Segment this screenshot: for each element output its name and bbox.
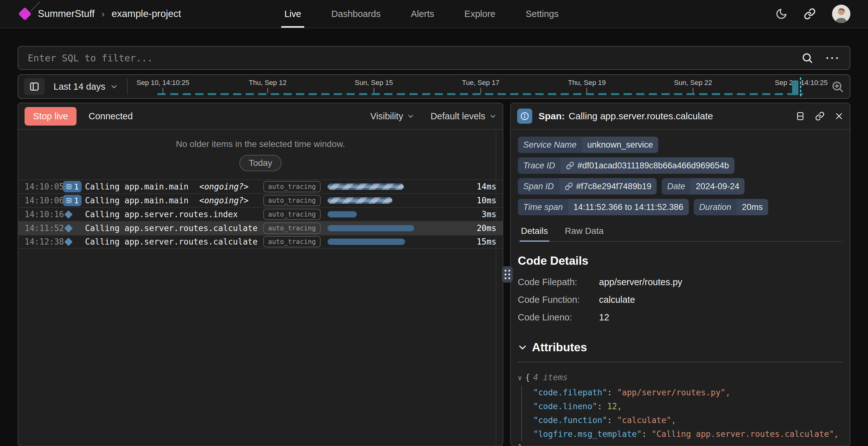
user-avatar[interactable] [832, 5, 850, 23]
zoom-in-icon [831, 80, 844, 93]
duration-badge: Duration 20ms [694, 199, 768, 215]
duration-bar-track [328, 197, 455, 204]
service-name-badge: Service Name unknown_service [518, 137, 658, 153]
date-badge: Date 2024-09-24 [662, 178, 745, 194]
timeline-now-cursor[interactable] [800, 77, 801, 96]
span-message: Calling app.server.routes.calculate [85, 223, 258, 233]
connection-status: Connected [89, 111, 133, 122]
nested-count-badge[interactable]: 1 [63, 195, 82, 206]
nav-actions [775, 5, 850, 23]
code-lineno-row: Code Lineno: 12 [518, 312, 843, 323]
theme-toggle-button[interactable] [775, 8, 787, 20]
span-duration: 15ms [463, 237, 496, 247]
scrollbar-gutter[interactable] [496, 130, 496, 446]
attributes-heading: Attributes [532, 341, 587, 354]
empty-window-notice: No older items in the selected time wind… [18, 130, 503, 180]
span-duration: 20ms [463, 223, 496, 233]
link-icon [804, 8, 816, 20]
tab-live[interactable]: Live [281, 0, 304, 28]
breadcrumb: SummerStuff › example-project [18, 8, 181, 20]
span-timestamp: 14:12:38 [25, 237, 63, 247]
duration-bar-track [328, 225, 455, 231]
attributes-section-toggle[interactable]: Attributes [518, 341, 843, 354]
tab-details[interactable]: Details [520, 222, 549, 242]
span-id-badge[interactable]: Span ID #f7c8e294f7489b19 [518, 178, 657, 194]
duration-bar [328, 225, 414, 231]
duration-bar [328, 238, 405, 245]
attributes-json-viewer: ∨{ 4 items "code.filepath": "app/server/… [518, 371, 843, 446]
timeline-activity-line [157, 93, 803, 95]
panel-resize-handle[interactable] [502, 266, 513, 283]
live-panel-header: Stop live Connected Visibility Default l… [18, 103, 503, 130]
tag-badge[interactable]: auto_tracing [263, 209, 321, 220]
time-span-badge: Time span 14:11:52.366 to 14:11:52.386 [518, 199, 689, 215]
today-button[interactable]: Today [239, 155, 282, 171]
moon-icon [775, 8, 787, 20]
split-view-button[interactable] [796, 112, 805, 121]
ongoing-flag: <ongoing?> [199, 182, 249, 191]
sql-filter-bar[interactable]: Enter SQL to filter... ··· [18, 46, 850, 70]
span-duration: 10ms [463, 196, 496, 205]
close-detail-button[interactable] [835, 112, 843, 121]
span-row[interactable]: 14:10:06 1 Calling app.main.main<ongoing… [18, 193, 503, 207]
share-link-button[interactable] [804, 8, 816, 20]
stop-live-button[interactable]: Stop live [25, 107, 76, 126]
span-row[interactable]: 14:10:16 Calling app.server.routes.index… [18, 207, 503, 221]
tag-badge[interactable]: auto_tracing [263, 181, 321, 192]
duration-bar-track [328, 238, 455, 245]
tag-badge[interactable]: auto_tracing [263, 195, 321, 206]
tab-dashboards[interactable]: Dashboards [328, 0, 383, 28]
sidebar-toggle-button[interactable] [24, 78, 45, 95]
json-entry: "code.filepath": "app/server/routes.py", [533, 386, 843, 400]
code-details-heading: Code Details [518, 254, 843, 267]
logo-diamond-icon[interactable] [18, 7, 31, 21]
span-message: Calling app.main.main [85, 182, 189, 191]
detail-tabs: Details Raw Data [518, 222, 843, 242]
tab-raw-data[interactable]: Raw Data [564, 222, 605, 241]
info-icon [517, 108, 532, 124]
span-row[interactable]: 14:10:05 1 Calling app.main.main<ongoing… [18, 180, 503, 193]
tab-alerts[interactable]: Alerts [407, 0, 437, 28]
json-close-brace: } [518, 441, 843, 446]
chevron-down-icon [407, 113, 414, 120]
tag-badge[interactable]: auto_tracing [263, 223, 321, 234]
json-entry: "code.function": "calculate", [533, 413, 843, 427]
chevron-down-icon [518, 343, 527, 352]
org-name[interactable]: SummerStuff [38, 8, 94, 20]
span-diamond-icon [64, 210, 73, 219]
default-levels-dropdown[interactable]: Default levels [431, 111, 496, 122]
timeline-track[interactable]: Sep 10, 14:10:25 Thu, Sep 12 Sun, Sep 15… [128, 75, 827, 98]
tag-badge[interactable]: auto_tracing [263, 236, 321, 247]
panel-layout-icon [29, 81, 40, 92]
timeline-tick-label: Thu, Sep 12 [249, 79, 287, 93]
visibility-dropdown[interactable]: Visibility [370, 111, 414, 122]
copy-link-button[interactable] [815, 112, 825, 121]
time-range-label: Last 14 days [54, 82, 105, 92]
more-options-button[interactable]: ··· [826, 55, 840, 61]
duration-bar [328, 211, 357, 218]
json-entry: "code.lineno": 12, [533, 400, 843, 413]
project-name[interactable]: example-project [112, 8, 181, 20]
chevron-down-icon [110, 83, 118, 90]
span-row[interactable]: 14:12:38 Calling app.server.routes.calcu… [18, 235, 503, 249]
top-nav: SummerStuff › example-project Live Dashb… [0, 0, 868, 28]
nested-count-badge[interactable]: 1 [63, 181, 82, 192]
attributes-divider [518, 362, 843, 362]
sql-filter-input[interactable]: Enter SQL to filter... [28, 53, 801, 64]
time-range-dropdown[interactable]: Last 14 days [54, 82, 118, 92]
json-collapse-toggle[interactable]: ∨ [518, 371, 522, 385]
detail-panel-body: Service Name unknown_service Trace ID #d… [511, 130, 850, 446]
timeline-zoom-button[interactable] [831, 80, 844, 93]
link-icon [565, 182, 573, 190]
tab-settings[interactable]: Settings [523, 0, 562, 28]
link-icon [566, 161, 574, 170]
search-button[interactable] [801, 52, 813, 64]
span-row-selected[interactable]: 14:11:52 Calling app.server.routes.calcu… [18, 221, 503, 235]
code-filepath-row: Code Filepath: app/server/routes.py [518, 277, 843, 287]
span-timestamp: 14:10:06 [25, 196, 63, 205]
span-diamond-icon [64, 224, 73, 232]
trace-id-badge[interactable]: Trace ID #df01acad0311189c8b66a466d96965… [518, 157, 735, 174]
span-message: Calling app.main.main [85, 196, 189, 205]
span-timestamp: 14:11:52 [25, 223, 63, 233]
tab-explore[interactable]: Explore [461, 0, 499, 28]
